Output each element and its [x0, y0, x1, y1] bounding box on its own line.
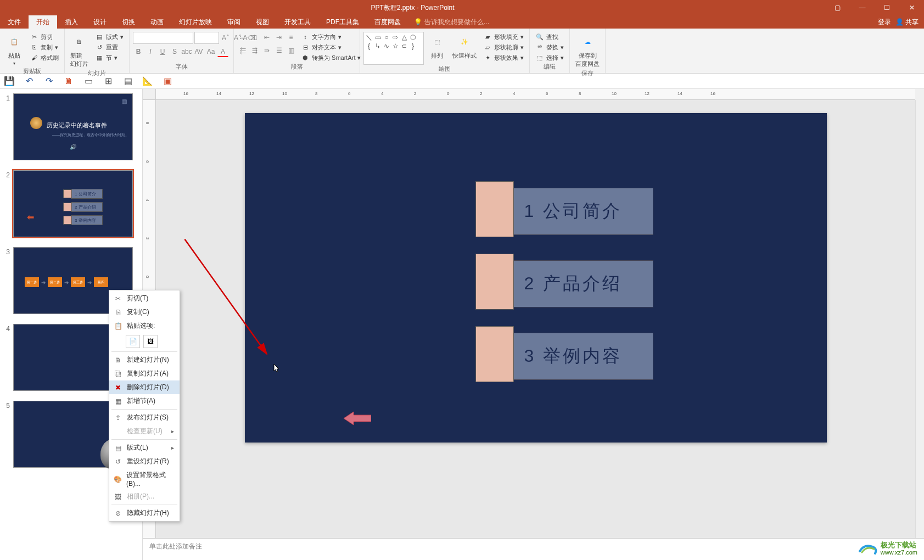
- decorative-square[interactable]: [475, 181, 514, 237]
- cm-delete-slide[interactable]: ✖删除幻灯片(D): [109, 380, 180, 394]
- cm-duplicate-slide[interactable]: ⿻复制幻灯片(A): [109, 367, 180, 380]
- replace-button[interactable]: ᵃᵇ替换 ▾: [533, 42, 566, 52]
- qat-layout-button[interactable]: ▤: [122, 75, 134, 87]
- increase-indent-button[interactable]: ⇥: [273, 32, 284, 43]
- tab-insert[interactable]: 插入: [57, 15, 86, 29]
- cm-new-slide[interactable]: 🗎新建幻灯片(N): [109, 353, 180, 367]
- underline-button[interactable]: U: [157, 46, 168, 57]
- slide-canvas[interactable]: 1 公司简介 2 产品介绍 3 举例内容: [245, 113, 827, 443]
- slide-thumb-1[interactable]: 1 历史记录中的著名事件 ——探究历史进程，观古今中外的伟大时刻。 🔊 ▥: [2, 93, 140, 160]
- save-to-baidu-button[interactable]: ☁ 保存到 百度网盘: [573, 32, 602, 69]
- shape-rect-icon[interactable]: ▭: [374, 33, 382, 41]
- shadow-button[interactable]: abc: [181, 46, 192, 57]
- shape-outline-button[interactable]: ▱形状轮廓 ▾: [481, 42, 526, 52]
- cm-cut[interactable]: ✂剪切(T): [109, 292, 180, 305]
- qat-ruler-button[interactable]: 📐: [142, 75, 154, 87]
- tab-transitions[interactable]: 切换: [114, 15, 143, 29]
- shapes-gallery[interactable]: ＼ ▭ ○ ⇨ △ ⬡ { ↳ ∿ ☆ ⊂ }: [363, 32, 424, 65]
- shape-hex-icon[interactable]: ⬡: [409, 33, 417, 41]
- font-size-combo[interactable]: [194, 32, 219, 44]
- char-spacing-button[interactable]: AV: [193, 46, 204, 57]
- shape-connector-icon[interactable]: ↳: [374, 42, 382, 50]
- share-button[interactable]: 👤 共享: [895, 18, 919, 27]
- decorative-square[interactable]: [475, 326, 514, 382]
- cm-layout[interactable]: ▤版式(L)▸: [109, 441, 180, 455]
- columns-button[interactable]: ▥: [285, 45, 296, 56]
- minimize-button[interactable]: —: [850, 0, 875, 15]
- layout-button[interactable]: ▤版式 ▾: [93, 32, 126, 42]
- italic-button[interactable]: I: [145, 46, 156, 57]
- bold-button[interactable]: B: [133, 46, 144, 57]
- cm-reset-slide[interactable]: ↺重设幻灯片(R): [109, 455, 180, 468]
- qat-table-button[interactable]: ⊞: [102, 75, 114, 87]
- paste-option-2[interactable]: 🖼: [143, 335, 158, 348]
- tab-home[interactable]: 开始: [29, 15, 57, 29]
- reset-button[interactable]: ↺重置: [93, 42, 126, 52]
- undo-button[interactable]: ↶: [23, 75, 35, 87]
- shape-triangle-icon[interactable]: △: [400, 33, 408, 41]
- redo-button[interactable]: ↷: [43, 75, 55, 87]
- text-direction-button[interactable]: ↕文字方向 ▾: [299, 32, 363, 42]
- vertical-scrollbar[interactable]: [915, 100, 924, 538]
- align-text-button[interactable]: ⊟对齐文本 ▾: [299, 42, 363, 52]
- maximize-button[interactable]: ☐: [875, 0, 899, 15]
- tab-developer[interactable]: 开发工具: [277, 15, 318, 29]
- tell-me-search[interactable]: 💡 告诉我您想要做什么...: [414, 15, 489, 29]
- tab-animations[interactable]: 动画: [143, 15, 171, 29]
- shape-arrow-icon[interactable]: ⇨: [391, 33, 399, 41]
- find-button[interactable]: 🔍查找: [533, 32, 566, 42]
- qat-preview-button[interactable]: ▭: [82, 75, 94, 87]
- cm-new-section[interactable]: ▦新增节(A): [109, 394, 180, 408]
- format-painter-button[interactable]: 🖌格式刷: [27, 53, 61, 63]
- shape-curve-icon[interactable]: ∿: [383, 42, 390, 50]
- notes-pane[interactable]: 单击此处添加备注: [143, 538, 924, 560]
- font-family-combo[interactable]: [133, 32, 193, 44]
- decrease-indent-button[interactable]: ⇤: [261, 32, 272, 43]
- tab-baidu[interactable]: 百度网盘: [367, 15, 408, 29]
- slide-canvas-area[interactable]: 1 公司简介 2 产品介绍 3 举例内容: [156, 100, 915, 538]
- shape-fill-button[interactable]: ▰形状填充 ▾: [481, 32, 526, 42]
- strikethrough-button[interactable]: S: [169, 46, 180, 57]
- select-button[interactable]: ⬚选择 ▾: [533, 53, 566, 63]
- shape-star-icon[interactable]: ☆: [391, 42, 399, 50]
- shape-line-icon[interactable]: ＼: [365, 33, 373, 41]
- align-left-button[interactable]: ⬱: [237, 45, 248, 56]
- tab-slideshow[interactable]: 幻灯片放映: [171, 15, 220, 29]
- new-slide-button[interactable]: 🗎 新建 幻灯片: [68, 32, 91, 69]
- slide-thumb-2[interactable]: 2 1 公司简介 2 产品介绍 3 举例内容 ⬅: [2, 170, 140, 237]
- shape-oval-icon[interactable]: ○: [383, 33, 390, 41]
- content-item-3[interactable]: 3 举例内容: [511, 333, 653, 380]
- content-item-1[interactable]: 1 公司简介: [511, 188, 653, 235]
- font-color-button[interactable]: A: [217, 46, 228, 57]
- tab-pdf[interactable]: PDF工具集: [318, 15, 367, 29]
- cut-button[interactable]: ✂剪切: [27, 32, 61, 42]
- align-center-button[interactable]: ⇶: [249, 45, 260, 56]
- ribbon-display-options[interactable]: ▢: [825, 0, 850, 15]
- quick-styles-button[interactable]: ✨ 快速样式: [450, 32, 479, 61]
- decorative-square[interactable]: [475, 254, 514, 310]
- numbering-button[interactable]: ⒈: [249, 32, 260, 43]
- cm-hide-slide[interactable]: ⊘隐藏幻灯片(H): [109, 506, 180, 520]
- horizontal-ruler[interactable]: 161412 1086 420 246 81012 1416: [156, 89, 915, 100]
- shape-bracket-icon[interactable]: }: [409, 42, 417, 50]
- qat-play-button[interactable]: ▣: [161, 75, 173, 87]
- copy-button[interactable]: ⎘复制 ▾: [27, 42, 61, 52]
- paste-button[interactable]: 📋 粘贴 ▾: [3, 32, 25, 67]
- bullets-button[interactable]: ≔: [237, 32, 248, 43]
- close-button[interactable]: ✕: [899, 0, 924, 15]
- paste-option-1[interactable]: 📄: [126, 335, 140, 348]
- cm-publish-slide[interactable]: ⇪发布幻灯片(S): [109, 411, 180, 424]
- convert-smartart-button[interactable]: ⬢转换为 SmartArt ▾: [299, 53, 363, 63]
- tab-view[interactable]: 视图: [248, 15, 277, 29]
- tab-design[interactable]: 设计: [86, 15, 114, 29]
- cm-format-bg[interactable]: 🎨设置背景格式(B)...: [109, 468, 180, 490]
- shape-brace-icon[interactable]: {: [365, 42, 373, 50]
- shape-effects-button[interactable]: ✦形状效果 ▾: [481, 53, 526, 63]
- line-spacing-button[interactable]: ≡: [285, 32, 296, 43]
- save-button[interactable]: 💾: [3, 75, 15, 87]
- shape-callout-icon[interactable]: ⊂: [400, 42, 408, 50]
- tab-file[interactable]: 文件: [0, 15, 29, 29]
- login-link[interactable]: 登录: [878, 18, 891, 27]
- qat-new-slide-button[interactable]: 🗎: [63, 75, 75, 87]
- section-button[interactable]: ▦节 ▾: [93, 53, 126, 63]
